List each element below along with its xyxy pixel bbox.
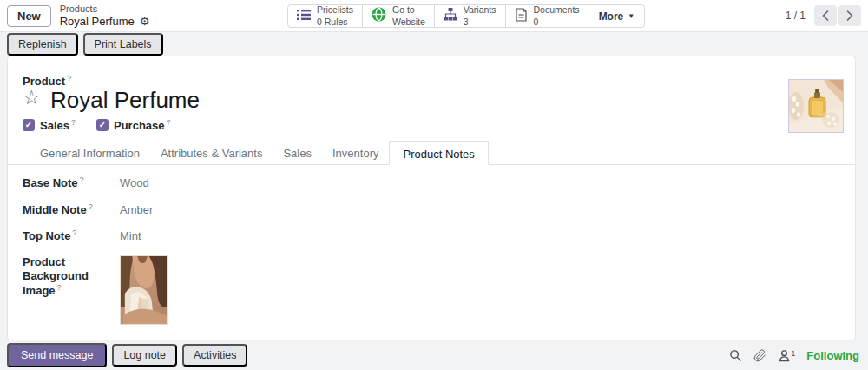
pager-next-button[interactable] xyxy=(838,5,861,26)
base-note-input[interactable]: Wood xyxy=(120,175,149,191)
stat-website-label1: Go to xyxy=(392,4,425,16)
tab-general-information[interactable]: General Information xyxy=(30,141,150,164)
breadcrumb-current-label: Royal Perfume xyxy=(60,15,135,29)
new-button[interactable]: New xyxy=(7,5,51,27)
more-button-label: More xyxy=(599,10,624,23)
tab-attributes-variants[interactable]: Attributes & Variants xyxy=(150,141,273,164)
documents-icon xyxy=(515,8,528,25)
go-to-website-icon xyxy=(372,7,386,25)
action-strip: Replenish Print Labels xyxy=(0,32,868,56)
gear-icon[interactable]: ⚙ xyxy=(140,15,150,29)
field-row-top-note: Top Note? Mint xyxy=(23,228,168,244)
pager-previous-button[interactable] xyxy=(814,5,837,26)
following-button[interactable]: Following xyxy=(806,349,859,362)
field-label: Middle Note? xyxy=(23,202,120,218)
purchase-checkbox-label: Purchase? xyxy=(114,118,171,132)
checkbox-row: ✓ Sales? ✓ Purchase? xyxy=(23,118,171,132)
help-mark: ? xyxy=(72,228,76,237)
help-mark: ? xyxy=(67,74,71,83)
middle-note-input[interactable]: Amber xyxy=(120,202,153,218)
send-message-button[interactable]: Send message xyxy=(7,343,107,367)
tab-product-notes[interactable]: Product Notes xyxy=(389,141,488,165)
breadcrumb-current: Royal Perfume ⚙ xyxy=(60,15,150,29)
stat-website-label2: Website xyxy=(392,17,425,28)
help-mark: ? xyxy=(71,118,76,127)
field-group: Base Note? Wood Middle Note? Amber Top N… xyxy=(23,175,168,336)
attachment-icon[interactable] xyxy=(753,349,766,362)
page-title[interactable]: Royal Perfume xyxy=(50,87,200,114)
chevron-down-icon: ▼ xyxy=(628,12,635,20)
field-label: Top Note? xyxy=(23,228,120,244)
field-row-middle-note: Middle Note? Amber xyxy=(23,202,168,218)
notebook-tabs: General Information Attributes & Variant… xyxy=(8,141,855,165)
product-image[interactable] xyxy=(788,79,844,133)
activities-button[interactable]: Activities xyxy=(182,344,247,367)
favorite-star-icon[interactable]: ☆ xyxy=(23,86,41,109)
tab-inventory[interactable]: Inventory xyxy=(322,141,389,164)
stat-pricelists-label: Pricelists xyxy=(317,4,353,16)
field-label: Base Note? xyxy=(23,175,120,191)
pager: 1 / 1 xyxy=(786,5,861,26)
tab-sales[interactable]: Sales xyxy=(273,141,322,164)
stat-documents-value: 0 xyxy=(534,17,580,28)
breadcrumb: Products Royal Perfume ⚙ xyxy=(60,3,150,29)
pricelists-icon xyxy=(297,9,311,24)
field-label: Product Background Image? xyxy=(23,255,120,325)
stat-variants-value: 3 xyxy=(464,17,496,28)
top-note-input[interactable]: Mint xyxy=(120,228,141,244)
variants-icon xyxy=(444,8,457,24)
followers-button[interactable]: 1 xyxy=(778,349,796,362)
chatter-bar: Send message Log note Activities 1 Follo… xyxy=(0,340,868,370)
log-note-button[interactable]: Log note xyxy=(112,344,177,367)
breadcrumb-parent[interactable]: Products xyxy=(60,3,150,15)
top-navbar: New Products Royal Perfume ⚙ Pricelists xyxy=(0,0,868,32)
sales-checkbox-label: Sales? xyxy=(40,118,76,132)
replenish-button[interactable]: Replenish xyxy=(7,33,78,56)
purchase-checkbox[interactable]: ✓ Purchase? xyxy=(96,118,171,132)
odoo-product-form-page: New Products Royal Perfume ⚙ Pricelists xyxy=(0,0,868,370)
field-row-background-image: Product Background Image? xyxy=(23,255,168,325)
follower-count: 1 xyxy=(792,349,796,358)
stat-button-documents[interactable]: Documents 0 xyxy=(506,5,589,27)
checkbox-checked-icon: ✓ xyxy=(23,119,35,131)
help-mark: ? xyxy=(80,175,84,184)
chatter-tools: 1 Following xyxy=(729,349,859,362)
help-mark: ? xyxy=(167,118,171,127)
stat-button-pricelists[interactable]: Pricelists 0 Rules xyxy=(288,5,363,27)
help-mark: ? xyxy=(89,202,93,211)
form-sheet: Product? ☆ Royal Perfume ✓ Sales? ✓ Purc… xyxy=(7,56,856,340)
product-background-image[interactable] xyxy=(120,255,168,325)
pager-counter: 1 / 1 xyxy=(786,10,806,22)
stat-variants-label: Variants xyxy=(464,4,496,16)
field-row-base-note: Base Note? Wood xyxy=(23,175,168,191)
sales-checkbox[interactable]: ✓ Sales? xyxy=(23,118,76,132)
stat-documents-label: Documents xyxy=(534,4,580,16)
search-icon[interactable] xyxy=(729,349,742,362)
stat-pricelists-value: 0 Rules xyxy=(317,17,353,28)
stat-button-variants[interactable]: Variants 3 xyxy=(435,5,506,27)
checkbox-checked-icon: ✓ xyxy=(96,119,108,131)
print-labels-button[interactable]: Print Labels xyxy=(83,33,163,56)
stat-button-go-to-website[interactable]: Go to Website xyxy=(363,5,435,27)
stat-button-group: Pricelists 0 Rules Go to Website xyxy=(287,4,645,28)
more-button[interactable]: More ▼ xyxy=(589,5,645,27)
help-mark: ? xyxy=(57,283,62,292)
